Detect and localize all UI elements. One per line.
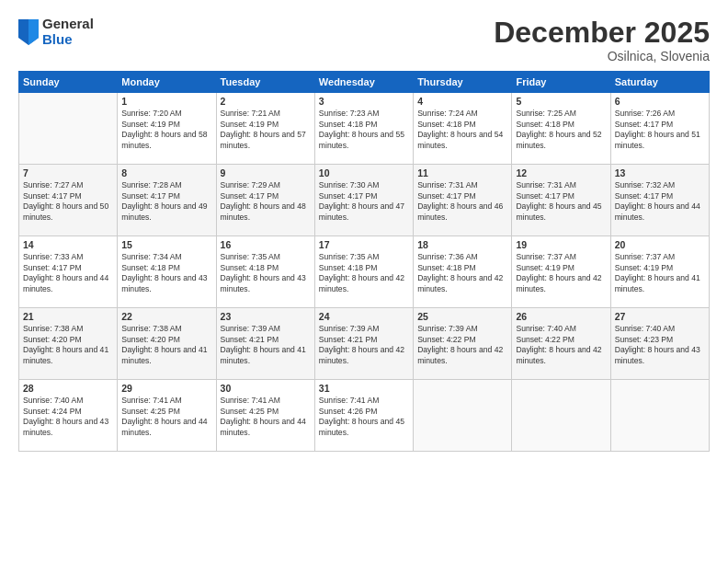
cell-info: Sunrise: 7:21 AMSunset: 4:19 PMDaylight:…	[221, 109, 311, 151]
cell-info: Sunrise: 7:31 AMSunset: 4:17 PMDaylight:…	[516, 180, 606, 223]
cell-info: Sunrise: 7:39 AMSunset: 4:21 PMDaylight:…	[319, 324, 409, 366]
page-header: General Blue December 2025 Osilnica, Slo…	[18, 17, 710, 63]
calendar-cell: 27Sunrise: 7:40 AMSunset: 4:23 PMDayligh…	[610, 308, 709, 380]
calendar-cell: 26Sunrise: 7:40 AMSunset: 4:22 PMDayligh…	[512, 308, 610, 380]
day-number: 19	[516, 239, 606, 250]
logo: General Blue	[18, 17, 94, 47]
logo-blue: Blue	[42, 32, 94, 48]
day-number: 31	[319, 383, 409, 394]
calendar-cell: 30Sunrise: 7:41 AMSunset: 4:25 PMDayligh…	[216, 380, 314, 452]
day-number: 30	[221, 383, 311, 394]
calendar-cell: 14Sunrise: 7:33 AMSunset: 4:17 PMDayligh…	[19, 236, 118, 308]
day-number: 13	[615, 167, 705, 178]
day-number: 24	[319, 311, 409, 322]
cell-info: Sunrise: 7:37 AMSunset: 4:19 PMDaylight:…	[516, 252, 606, 294]
cell-info: Sunrise: 7:25 AMSunset: 4:18 PMDaylight:…	[516, 109, 606, 151]
calendar-week-3: 14Sunrise: 7:33 AMSunset: 4:17 PMDayligh…	[19, 236, 710, 308]
day-number: 21	[23, 311, 113, 322]
calendar-cell: 5Sunrise: 7:25 AMSunset: 4:18 PMDaylight…	[512, 93, 610, 165]
cell-info: Sunrise: 7:41 AMSunset: 4:26 PMDaylight:…	[319, 396, 409, 438]
day-number: 17	[319, 239, 409, 250]
calendar-cell: 15Sunrise: 7:34 AMSunset: 4:18 PMDayligh…	[118, 236, 216, 308]
cell-info: Sunrise: 7:26 AMSunset: 4:17 PMDaylight:…	[615, 109, 705, 151]
title-block: December 2025 Osilnica, Slovenia	[494, 17, 710, 63]
day-number: 28	[23, 383, 113, 394]
day-number: 8	[121, 167, 211, 178]
calendar-week-1: 1Sunrise: 7:20 AMSunset: 4:19 PMDaylight…	[19, 93, 710, 165]
calendar-cell: 9Sunrise: 7:29 AMSunset: 4:17 PMDaylight…	[216, 165, 314, 236]
day-number: 10	[319, 167, 409, 178]
calendar-cell: 3Sunrise: 7:23 AMSunset: 4:18 PMDaylight…	[314, 93, 413, 165]
calendar-cell	[512, 380, 610, 452]
day-number: 14	[23, 239, 113, 250]
cell-info: Sunrise: 7:28 AMSunset: 4:17 PMDaylight:…	[121, 180, 211, 223]
cell-info: Sunrise: 7:38 AMSunset: 4:20 PMDaylight:…	[23, 324, 113, 366]
day-number: 15	[121, 239, 211, 250]
cell-info: Sunrise: 7:38 AMSunset: 4:20 PMDaylight:…	[121, 324, 211, 366]
day-number: 5	[516, 96, 606, 107]
calendar-cell: 1Sunrise: 7:20 AMSunset: 4:19 PMDaylight…	[118, 93, 216, 165]
day-number: 16	[221, 239, 311, 250]
calendar-cell: 23Sunrise: 7:39 AMSunset: 4:21 PMDayligh…	[216, 308, 314, 380]
cell-info: Sunrise: 7:24 AMSunset: 4:18 PMDaylight:…	[417, 109, 507, 151]
calendar-cell: 21Sunrise: 7:38 AMSunset: 4:20 PMDayligh…	[19, 308, 118, 380]
cell-info: Sunrise: 7:41 AMSunset: 4:25 PMDaylight:…	[121, 396, 211, 438]
calendar-cell: 18Sunrise: 7:36 AMSunset: 4:18 PMDayligh…	[414, 236, 512, 308]
day-number: 29	[121, 383, 211, 394]
day-number: 25	[417, 311, 507, 322]
cell-info: Sunrise: 7:29 AMSunset: 4:17 PMDaylight:…	[221, 180, 311, 223]
cell-info: Sunrise: 7:31 AMSunset: 4:17 PMDaylight:…	[417, 180, 507, 223]
cell-info: Sunrise: 7:40 AMSunset: 4:23 PMDaylight:…	[615, 324, 705, 366]
logo-icon	[18, 19, 39, 45]
calendar-cell: 10Sunrise: 7:30 AMSunset: 4:17 PMDayligh…	[314, 165, 413, 236]
day-number: 1	[121, 96, 211, 107]
day-header-monday: Monday	[118, 72, 216, 93]
cell-info: Sunrise: 7:35 AMSunset: 4:18 PMDaylight:…	[221, 252, 311, 294]
cell-info: Sunrise: 7:39 AMSunset: 4:22 PMDaylight:…	[417, 324, 507, 366]
calendar-cell: 22Sunrise: 7:38 AMSunset: 4:20 PMDayligh…	[118, 308, 216, 380]
cell-info: Sunrise: 7:27 AMSunset: 4:17 PMDaylight:…	[23, 180, 113, 223]
calendar-cell: 4Sunrise: 7:24 AMSunset: 4:18 PMDaylight…	[414, 93, 512, 165]
logo-general: General	[42, 17, 94, 32]
cell-info: Sunrise: 7:33 AMSunset: 4:17 PMDaylight:…	[23, 252, 113, 294]
cell-info: Sunrise: 7:39 AMSunset: 4:21 PMDaylight:…	[221, 324, 311, 366]
calendar-cell: 25Sunrise: 7:39 AMSunset: 4:22 PMDayligh…	[414, 308, 512, 380]
calendar-cell: 16Sunrise: 7:35 AMSunset: 4:18 PMDayligh…	[216, 236, 314, 308]
day-header-friday: Friday	[512, 72, 610, 93]
cell-info: Sunrise: 7:40 AMSunset: 4:24 PMDaylight:…	[23, 396, 113, 438]
day-number: 18	[417, 239, 507, 250]
calendar-cell: 20Sunrise: 7:37 AMSunset: 4:19 PMDayligh…	[610, 236, 709, 308]
calendar-cell: 29Sunrise: 7:41 AMSunset: 4:25 PMDayligh…	[118, 380, 216, 452]
day-number: 23	[221, 311, 311, 322]
logo-text: General Blue	[42, 17, 94, 47]
cell-info: Sunrise: 7:37 AMSunset: 4:19 PMDaylight:…	[615, 252, 705, 294]
day-number: 11	[417, 167, 507, 178]
calendar-cell: 11Sunrise: 7:31 AMSunset: 4:17 PMDayligh…	[414, 165, 512, 236]
day-header-wednesday: Wednesday	[314, 72, 413, 93]
day-header-tuesday: Tuesday	[216, 72, 314, 93]
day-number: 9	[221, 167, 311, 178]
cell-info: Sunrise: 7:30 AMSunset: 4:17 PMDaylight:…	[319, 180, 409, 223]
calendar-cell: 6Sunrise: 7:26 AMSunset: 4:17 PMDaylight…	[610, 93, 709, 165]
calendar-cell: 13Sunrise: 7:32 AMSunset: 4:17 PMDayligh…	[610, 165, 709, 236]
calendar-cell: 17Sunrise: 7:35 AMSunset: 4:18 PMDayligh…	[314, 236, 413, 308]
cell-info: Sunrise: 7:32 AMSunset: 4:17 PMDaylight:…	[615, 180, 705, 223]
calendar-cell: 2Sunrise: 7:21 AMSunset: 4:19 PMDaylight…	[216, 93, 314, 165]
calendar: SundayMondayTuesdayWednesdayThursdayFrid…	[18, 71, 710, 452]
day-number: 20	[615, 239, 705, 250]
cell-info: Sunrise: 7:41 AMSunset: 4:25 PMDaylight:…	[221, 396, 311, 438]
calendar-week-2: 7Sunrise: 7:27 AMSunset: 4:17 PMDaylight…	[19, 165, 710, 236]
day-header-thursday: Thursday	[414, 72, 512, 93]
calendar-body: 1Sunrise: 7:20 AMSunset: 4:19 PMDaylight…	[19, 93, 710, 452]
location: Osilnica, Slovenia	[494, 49, 710, 63]
calendar-header: SundayMondayTuesdayWednesdayThursdayFrid…	[19, 72, 710, 93]
calendar-cell: 31Sunrise: 7:41 AMSunset: 4:26 PMDayligh…	[314, 380, 413, 452]
day-number: 12	[516, 167, 606, 178]
cell-info: Sunrise: 7:20 AMSunset: 4:19 PMDaylight:…	[121, 109, 211, 151]
calendar-cell: 8Sunrise: 7:28 AMSunset: 4:17 PMDaylight…	[118, 165, 216, 236]
day-number: 3	[319, 96, 409, 107]
day-number: 26	[516, 311, 606, 322]
calendar-cell	[414, 380, 512, 452]
day-number: 7	[23, 167, 113, 178]
month-title: December 2025	[494, 17, 710, 49]
